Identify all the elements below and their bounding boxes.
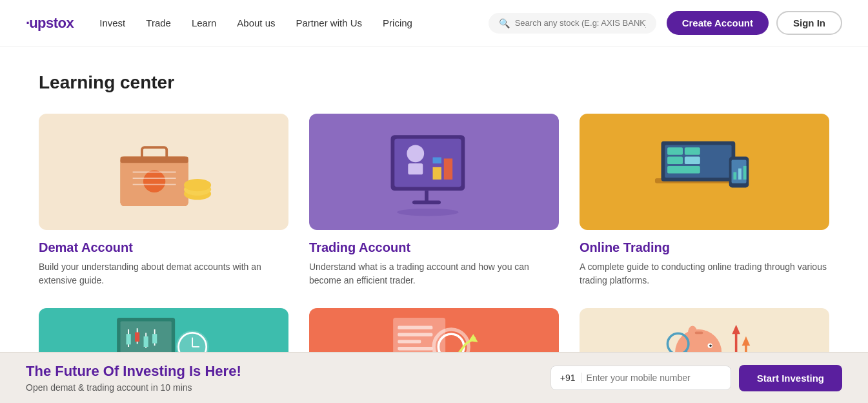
svg-rect-18	[425, 191, 429, 202]
nav-pricing[interactable]: Pricing	[383, 17, 412, 28]
banner-text: The Future Of Investing Is Here! Open de…	[26, 363, 241, 393]
svg-rect-49	[398, 326, 433, 329]
card-trading-title: Trading Account	[309, 240, 559, 255]
banner-right: +91 Start Investing	[550, 365, 842, 391]
svg-rect-16	[444, 158, 452, 180]
svg-point-6	[184, 179, 211, 191]
svg-rect-14	[408, 163, 423, 174]
svg-marker-56	[469, 334, 478, 342]
card-trading-desc: Understand what is a trading account and…	[309, 260, 559, 287]
card-demat[interactable]: Demat Account Build your understanding a…	[39, 114, 288, 287]
logo[interactable]: · upstox	[26, 15, 74, 32]
nav-partner[interactable]: Partner with Us	[296, 17, 363, 28]
card-trading-image	[309, 114, 559, 230]
logo-text: upstox	[29, 15, 74, 32]
svg-rect-17	[433, 157, 441, 163]
main-content: Learning center	[0, 46, 868, 403]
nav-links: Invest Trade Learn About us Partner with…	[99, 17, 488, 28]
card-online-trading-title: Online Trading	[580, 240, 829, 255]
phone-input[interactable]	[587, 373, 722, 383]
card-trading[interactable]: Trading Account Understand what is a tra…	[309, 114, 559, 287]
svg-rect-15	[433, 167, 441, 179]
svg-rect-41	[144, 336, 148, 347]
svg-rect-19	[412, 200, 441, 204]
search-icon: 🔍	[499, 18, 510, 28]
svg-rect-32	[738, 168, 742, 179]
svg-rect-31	[733, 172, 736, 179]
nav-invest[interactable]: Invest	[99, 17, 125, 28]
card-demat-title: Demat Account	[39, 240, 288, 255]
svg-rect-43	[152, 334, 157, 343]
bottom-banner: The Future Of Investing Is Here! Open de…	[0, 352, 868, 403]
card-demat-image	[39, 114, 288, 230]
svg-rect-28	[667, 165, 700, 172]
svg-point-63	[710, 344, 712, 347]
svg-marker-67	[732, 325, 741, 334]
svg-marker-69	[742, 336, 751, 346]
nav-about[interactable]: About us	[237, 17, 275, 28]
phone-prefix: +91	[560, 373, 581, 383]
svg-rect-37	[126, 334, 131, 344]
card-online-trading[interactable]: Online Trading A complete guide to condu…	[580, 114, 829, 287]
search-bar: 🔍	[489, 13, 656, 34]
start-investing-button[interactable]: Start Investing	[739, 365, 842, 391]
svg-rect-52	[398, 347, 433, 350]
phone-input-wrap: +91	[550, 366, 731, 390]
section-title: Learning center	[39, 72, 829, 93]
svg-point-7	[143, 170, 165, 192]
svg-rect-50	[398, 333, 433, 336]
banner-title: The Future Of Investing Is Here!	[26, 363, 241, 380]
navbar: · upstox Invest Trade Learn About us Par…	[0, 0, 868, 46]
svg-rect-25	[685, 147, 700, 154]
banner-subtitle: Open demat & trading account in 10 mins	[26, 382, 241, 393]
svg-rect-26	[667, 156, 683, 163]
svg-point-13	[407, 145, 424, 162]
card-demat-desc: Build your understanding about demat acc…	[39, 260, 288, 287]
svg-rect-65	[695, 332, 703, 335]
nav-learn[interactable]: Learn	[192, 17, 216, 28]
svg-point-20	[397, 208, 459, 215]
card-online-trading-image	[580, 114, 829, 230]
svg-rect-24	[667, 147, 683, 154]
nav-trade[interactable]: Trade	[146, 17, 171, 28]
svg-rect-39	[135, 333, 139, 342]
search-input[interactable]	[515, 18, 646, 28]
svg-rect-27	[685, 156, 700, 163]
create-account-button[interactable]: Create Account	[667, 11, 769, 35]
svg-rect-33	[743, 165, 747, 179]
svg-rect-51	[398, 340, 421, 343]
signin-button[interactable]: Sign In	[776, 11, 842, 35]
card-online-trading-desc: A complete guide to conducting online tr…	[580, 260, 829, 287]
